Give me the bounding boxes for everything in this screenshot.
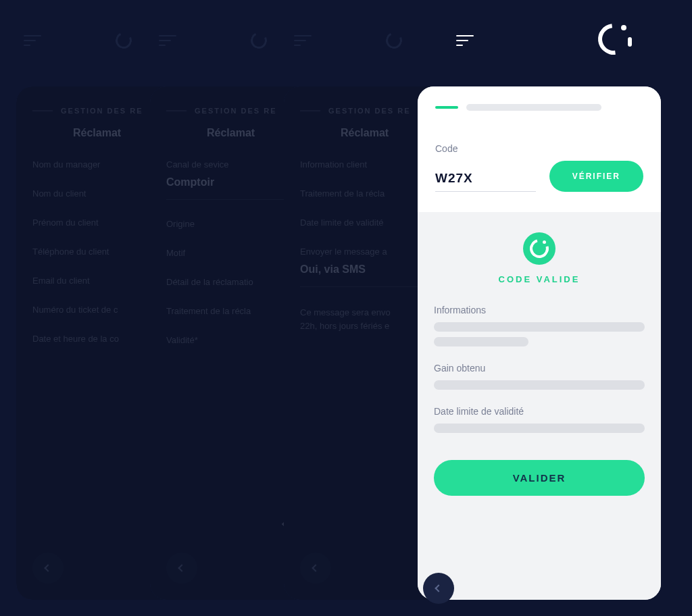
skeleton-line [434, 322, 645, 332]
topbar-2 [145, 27, 280, 54]
skeleton-line [434, 337, 528, 346]
chevron-left-icon [435, 584, 442, 592]
progress-bar [435, 104, 643, 111]
menu-icon[interactable] [159, 35, 178, 46]
valid-icon [523, 232, 555, 265]
back-button[interactable] [32, 553, 64, 584]
menu-icon[interactable] [24, 35, 43, 46]
menu-icon[interactable] [456, 35, 475, 46]
chevron-left-icon [312, 564, 319, 571]
logo-icon [114, 30, 134, 51]
status-text: CODE VALIDE [499, 274, 580, 284]
progress-active [435, 106, 458, 109]
topbar-1 [10, 27, 145, 54]
date-limite-label: Date limite de validité [434, 406, 645, 417]
logo-icon [598, 24, 632, 57]
topbar-3 [280, 27, 416, 54]
gain-label: Gain obtenu [434, 363, 645, 374]
validate-button[interactable]: VALIDER [434, 460, 645, 496]
back-button[interactable] [166, 553, 197, 584]
logo-icon [249, 30, 270, 51]
code-label: Code [435, 143, 643, 154]
skeleton-line [434, 424, 645, 433]
back-button[interactable] [423, 573, 454, 604]
code-input[interactable] [435, 171, 536, 186]
chevron-left-icon [178, 564, 185, 571]
topbar-4 [416, 27, 672, 54]
skeleton-line [434, 380, 645, 390]
active-card: Code VÉRIFIER CODE VALIDE Informations G… [418, 86, 661, 600]
progress-remaining [466, 104, 601, 111]
info-label: Informations [434, 305, 645, 315]
chevron-left-icon [44, 564, 51, 571]
logo-icon [384, 30, 405, 51]
menu-icon[interactable] [294, 35, 313, 46]
back-button[interactable] [300, 553, 331, 584]
verify-button[interactable]: VÉRIFIER [549, 161, 643, 192]
